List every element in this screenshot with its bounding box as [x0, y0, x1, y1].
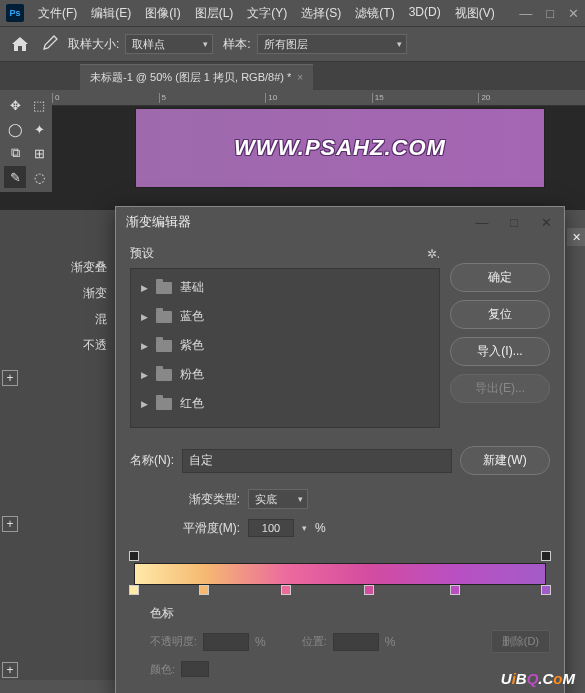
color-label: 颜色: [150, 662, 175, 677]
eyedropper-tool-icon[interactable]: ✎ [4, 166, 26, 188]
new-button[interactable]: 新建(W) [460, 446, 550, 475]
opacity-stop[interactable] [129, 551, 139, 561]
home-icon[interactable] [10, 35, 30, 53]
chevron-right-icon: ▶ [141, 399, 148, 409]
selection-tool-icon[interactable]: ◌ [28, 166, 50, 188]
percent-label: % [385, 635, 396, 649]
menu-image[interactable]: 图像(I) [139, 1, 186, 26]
preset-folder[interactable]: ▶粉色 [131, 360, 439, 389]
smoothness-label: 平滑度(M): [134, 520, 240, 537]
menu-edit[interactable]: 编辑(E) [85, 1, 137, 26]
crop-tool-icon[interactable]: ⧉ [4, 142, 26, 164]
preset-folder[interactable]: ▶基础 [131, 273, 439, 302]
color-stop[interactable] [450, 585, 460, 595]
titlebar: Ps 文件(F) 编辑(E) 图像(I) 图层(L) 文字(Y) 选择(S) 滤… [0, 0, 585, 26]
sample-group: 样本: 所有图层 [223, 34, 406, 54]
menu-layer[interactable]: 图层(L) [189, 1, 240, 26]
dialog-maximize-icon[interactable]: □ [506, 214, 522, 230]
lp-label: 混 [0, 306, 107, 332]
color-stop[interactable] [364, 585, 374, 595]
color-stop[interactable] [281, 585, 291, 595]
frame-tool-icon[interactable]: ⊞ [28, 142, 50, 164]
close-tab-icon[interactable]: × [297, 72, 303, 83]
dialog-titlebar[interactable]: 渐变编辑器 — □ ✕ [116, 207, 564, 237]
window-controls: — □ ✕ [519, 6, 579, 21]
position-input [333, 633, 379, 651]
color-swatch [181, 661, 209, 677]
folder-icon [156, 311, 172, 323]
lasso-tool-icon[interactable]: ◯ [4, 118, 26, 140]
gear-icon[interactable]: ✲. [427, 247, 440, 261]
color-stop[interactable] [199, 585, 209, 595]
color-stop[interactable] [541, 585, 551, 595]
move-tool-icon[interactable]: ✥ [4, 94, 26, 116]
chevron-right-icon: ▶ [141, 312, 148, 322]
chevron-right-icon: ▶ [141, 283, 148, 293]
position-label: 位置: [302, 634, 327, 649]
minimize-icon[interactable]: — [519, 6, 532, 21]
preset-folder[interactable]: ▶红色 [131, 389, 439, 418]
add-icon[interactable]: + [2, 516, 18, 532]
preset-label: 红色 [180, 395, 204, 412]
panel-close-icon[interactable]: ✕ [567, 228, 585, 246]
import-button[interactable]: 导入(I)... [450, 337, 550, 366]
menu-filter[interactable]: 滤镜(T) [349, 1, 400, 26]
reset-button[interactable]: 复位 [450, 300, 550, 329]
dialog-close-icon[interactable]: ✕ [538, 214, 554, 230]
chevron-right-icon: ▶ [141, 341, 148, 351]
gradient-name-input[interactable] [182, 449, 452, 473]
opacity-input [203, 633, 249, 651]
gradient-bar[interactable] [134, 563, 546, 585]
gradient-type-dropdown[interactable]: 实底 [248, 489, 308, 509]
opacity-stop[interactable] [541, 551, 551, 561]
options-bar: 取样大小: 取样点 样本: 所有图层 [0, 26, 585, 62]
folder-icon [156, 282, 172, 294]
sample-size-dropdown[interactable]: 取样点 [125, 34, 213, 54]
workspace: ✥ ⬚ ◯ ✦ ⧉ ⊞ ✎ ◌ 0 5 10 15 20 WWW.PSAHZ.C… [0, 90, 585, 210]
chevron-right-icon: ▶ [141, 370, 148, 380]
sample-size-group: 取样大小: 取样点 [68, 34, 213, 54]
close-icon[interactable]: ✕ [568, 6, 579, 21]
preset-list[interactable]: ▶基础 ▶蓝色 ▶紫色 ▶粉色 ▶红色 [130, 268, 440, 428]
preset-label: 蓝色 [180, 308, 204, 325]
add-icon[interactable]: + [2, 370, 18, 386]
folder-icon [156, 369, 172, 381]
ruler-tick: 20 [478, 93, 585, 103]
menu-view[interactable]: 视图(V) [449, 1, 501, 26]
menu-select[interactable]: 选择(S) [295, 1, 347, 26]
sample-size-label: 取样大小: [68, 36, 119, 53]
preset-label: 粉色 [180, 366, 204, 383]
sample-dropdown[interactable]: 所有图层 [257, 34, 407, 54]
chevron-down-icon[interactable]: ▾ [302, 523, 307, 533]
dialog-minimize-icon[interactable]: — [474, 214, 490, 230]
ruler-tick: 15 [372, 93, 479, 103]
ok-button[interactable]: 确定 [450, 263, 550, 292]
percent-label: % [255, 635, 266, 649]
eyedropper-icon[interactable] [40, 35, 58, 53]
folder-icon [156, 340, 172, 352]
menu-3d[interactable]: 3D(D) [403, 1, 447, 26]
tools-panel: ✥ ⬚ ◯ ✦ ⧉ ⊞ ✎ ◌ [0, 90, 52, 192]
ruler-tick: 5 [159, 93, 266, 103]
opacity-label: 不透明度: [150, 634, 197, 649]
maximize-icon[interactable]: □ [546, 6, 554, 21]
marquee-tool-icon[interactable]: ⬚ [28, 94, 50, 116]
document-tab-label: 未标题-1 @ 50% (图层 1 拷贝, RGB/8#) * [90, 70, 291, 85]
sample-label: 样本: [223, 36, 250, 53]
document-tab[interactable]: 未标题-1 @ 50% (图层 1 拷贝, RGB/8#) * × [80, 64, 313, 90]
export-button[interactable]: 导出(E)... [450, 374, 550, 403]
color-stop[interactable] [129, 585, 139, 595]
dialog-title: 渐变编辑器 [126, 213, 191, 231]
preset-folder[interactable]: ▶蓝色 [131, 302, 439, 331]
menu-file[interactable]: 文件(F) [32, 1, 83, 26]
wand-tool-icon[interactable]: ✦ [28, 118, 50, 140]
ruler-horizontal: 0 5 10 15 20 [52, 90, 585, 106]
ruler-tick: 10 [265, 93, 372, 103]
menubar: 文件(F) 编辑(E) 图像(I) 图层(L) 文字(Y) 选择(S) 滤镜(T… [32, 1, 501, 26]
smoothness-input[interactable] [248, 519, 294, 537]
canvas[interactable]: WWW.PSAHZ.COM [135, 108, 545, 188]
add-icon[interactable]: + [2, 662, 18, 678]
preset-folder[interactable]: ▶紫色 [131, 331, 439, 360]
delete-button: 删除(D) [491, 630, 550, 653]
menu-type[interactable]: 文字(Y) [241, 1, 293, 26]
